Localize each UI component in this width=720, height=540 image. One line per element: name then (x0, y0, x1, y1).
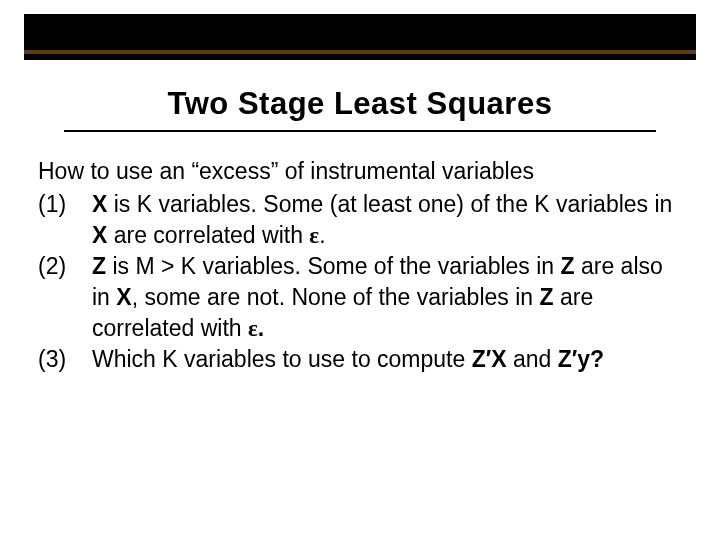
header-bar (24, 14, 696, 60)
list-item: (1) X is K variables. Some (at least one… (38, 189, 680, 251)
title-container: Two Stage Least Squares (24, 86, 696, 132)
intro-line: How to use an “excess” of instrumental v… (38, 156, 680, 187)
list-item: (3) Which K variables to use to compute … (38, 344, 680, 375)
item-number: (1) (38, 189, 92, 251)
slide-title: Two Stage Least Squares (64, 86, 656, 132)
item-text: Which K variables to use to compute Z′X … (92, 344, 680, 375)
item-text: X is K variables. Some (at least one) of… (92, 189, 680, 251)
item-number: (2) (38, 251, 92, 344)
slide: Two Stage Least Squares How to use an “e… (0, 0, 720, 540)
item-text: Z is M > K variables. Some of the variab… (92, 251, 680, 344)
body-text: How to use an “excess” of instrumental v… (38, 156, 680, 375)
list-item: (2) Z is M > K variables. Some of the va… (38, 251, 680, 344)
item-number: (3) (38, 344, 92, 375)
